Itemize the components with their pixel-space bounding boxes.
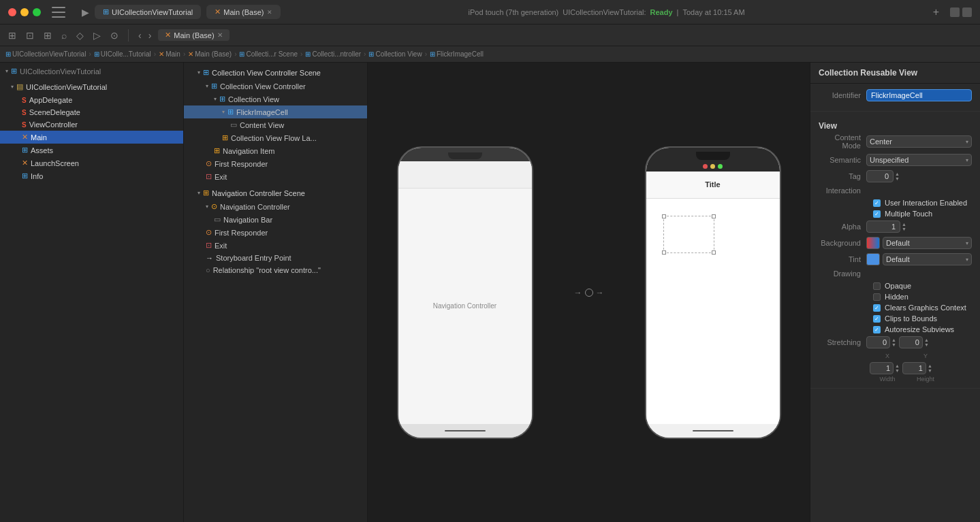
first-responder-label: First Responder — [215, 160, 268, 168]
bc-flickr-cell[interactable]: ⊞ FlickrImageCell — [430, 50, 484, 58]
window-ctrl-1[interactable] — [950, 7, 960, 17]
stretch-w-input[interactable] — [870, 362, 894, 374]
alpha-stepper[interactable]: ▲ ▼ — [902, 222, 906, 231]
bc-main[interactable]: ✕ Main — [159, 50, 180, 58]
canvas-area[interactable]: Navigation Controller → → — [368, 63, 810, 522]
new-file-button[interactable]: ⊞ — [5, 29, 19, 42]
content-mode-select[interactable]: Center ▾ — [866, 135, 972, 148]
fullscreen-button[interactable] — [33, 8, 41, 16]
scene-item-cv-controller[interactable]: ▾ ⊞ Collection View Controller — [184, 80, 367, 93]
tag-label: Tag — [819, 172, 866, 180]
group-item[interactable]: ▾ ▤ UICollectionViewTutorial — [0, 80, 183, 94]
background-select[interactable]: Default ▾ — [883, 237, 972, 249]
tag-input[interactable] — [866, 170, 894, 182]
scene-item-nav-controller[interactable]: ▾ ⊙ Navigation Controller — [184, 200, 367, 213]
scene-item-collection-view[interactable]: ▾ ⊞ Collection View — [184, 93, 367, 105]
main-tab[interactable]: ✕ Main (Base) ✕ — [206, 5, 280, 19]
clips-bounds-checkbox[interactable]: ✓ — [873, 315, 881, 323]
play-button[interactable]: ▶ — [82, 7, 89, 18]
scene-item-exit-2[interactable]: ⊡ Exit — [184, 239, 367, 252]
bc-main-base[interactable]: ✕ Main (Base) — [188, 50, 232, 58]
tag-stepper[interactable]: ▲ ▼ — [895, 172, 900, 181]
project-icon: ⊞ — [11, 67, 17, 76]
semantic-select[interactable]: Unspecified ▾ — [866, 154, 972, 166]
close-tab-button[interactable]: ✕ — [217, 31, 223, 39]
stretch-y-input-row: ▲ ▼ — [899, 336, 929, 348]
project-header[interactable]: ▾ ⊞ UICollectionViewTutorial — [0, 63, 183, 80]
open-button[interactable]: ⊡ — [23, 29, 37, 42]
tint-color-swatch[interactable] — [866, 253, 880, 265]
close-button[interactable] — [8, 8, 16, 16]
scene-item-cv-flow[interactable]: ⊞ Collection View Flow La... — [184, 131, 367, 144]
search-button[interactable]: ⌕ — [59, 29, 69, 42]
sidebar-toggle-button[interactable] — [52, 7, 65, 18]
sidebar-item-launchscreen[interactable]: ✕ LaunchScreen — [0, 157, 183, 169]
nav-arrows: ‹ › — [136, 29, 154, 42]
back-button[interactable]: ‹ — [136, 29, 144, 42]
alpha-input[interactable] — [866, 221, 900, 233]
forward-button[interactable]: › — [146, 29, 155, 42]
autoresize-checkbox[interactable]: ✓ — [873, 326, 881, 333]
share-button[interactable]: ⊙ — [108, 29, 121, 42]
chevron-icon: ▾ — [222, 109, 225, 115]
scene-item-nav-item[interactable]: ⊞ Navigation Item — [184, 144, 367, 157]
bc-project[interactable]: ⊞ UICollectionViewTutorial — [5, 50, 86, 58]
bc-collection-view[interactable]: ⊞ Collection View — [368, 50, 422, 58]
stretch-x-stepper[interactable]: ▲ ▼ — [891, 338, 896, 347]
save-button[interactable]: ⊞ — [41, 29, 54, 42]
assets-icon: ⊞ — [22, 146, 28, 154]
scene-item-exit-1[interactable]: ⊡ Exit — [184, 170, 367, 183]
bc-scene[interactable]: ⊞ Collecti...r Scene — [239, 50, 298, 58]
stretch-y-input[interactable] — [899, 336, 923, 348]
new-tab-button[interactable]: + — [933, 6, 939, 18]
scene-item-relationship[interactable]: ○ Relationship "root view contro..." — [184, 264, 367, 276]
hidden-checkbox[interactable] — [873, 293, 881, 301]
stepper-up[interactable]: ▲ — [895, 172, 900, 176]
bc-controller[interactable]: ⊞ Collecti...ntroller — [305, 50, 361, 58]
tag-row: Tag ▲ ▼ — [819, 170, 972, 182]
stretch-y-stepper[interactable]: ▲ ▼ — [924, 338, 929, 347]
background-color-swatch[interactable] — [866, 237, 880, 249]
sidebar-item-appdelegate[interactable]: S AppDelegate — [0, 94, 183, 106]
tint-select[interactable]: Default ▾ — [883, 253, 972, 265]
bc-group[interactable]: ⊞ UIColle...Tutorial — [94, 50, 151, 58]
multiple-touch-checkbox[interactable]: ✓ — [873, 210, 881, 218]
sidebar-item-viewcontroller[interactable]: S ViewController — [0, 118, 183, 131]
window-ctrl-2[interactable] — [962, 7, 972, 17]
breakpoint-button[interactable]: ◇ — [74, 29, 86, 42]
scene-item-first-responder-1[interactable]: ⊙ First Responder — [184, 157, 367, 170]
exit-label: Exit — [215, 173, 227, 181]
sidebar-item-scenedelegate[interactable]: S SceneDelegate — [0, 106, 183, 118]
sidebar-item-assets[interactable]: ⊞ Assets — [0, 144, 183, 157]
user-interaction-checkbox[interactable]: ✓ — [873, 199, 881, 207]
project-tab[interactable]: ⊞ UICollectionViewTutorial — [95, 5, 201, 19]
device-label: iPod touch (7th generation) — [469, 8, 559, 16]
cv-scene-header[interactable]: ▾ ⊞ Collection View Controller Scene — [184, 65, 367, 80]
stretch-w-stepper[interactable]: ▲ ▼ — [895, 363, 900, 373]
stretch-h-input[interactable] — [902, 362, 926, 374]
content-mode-label: Content Mode — [819, 133, 866, 150]
close-tab-icon[interactable]: ✕ — [267, 9, 272, 16]
chevron-icon: ▾ — [206, 83, 208, 89]
scene-item-flickr-cell[interactable]: ▾ ⊞ FlickrImageCell — [184, 105, 367, 118]
clips-bounds-row: ✓ Clips to Bounds — [819, 314, 972, 323]
scene-item-nav-bar[interactable]: ▭ Navigation Bar — [184, 213, 367, 226]
scene-item-entry-point[interactable]: → Storyboard Entry Point — [184, 252, 367, 264]
autoresize-label: Autoresize Subviews — [885, 325, 954, 333]
arrow-connector: → → — [574, 288, 604, 297]
tag-number: ▲ ▼ — [866, 170, 900, 182]
identifier-input[interactable] — [866, 89, 972, 101]
clears-graphics-checkbox[interactable]: ✓ — [873, 304, 881, 312]
sidebar-item-main[interactable]: ✕ Main — [0, 131, 183, 144]
run-button[interactable]: ▷ — [91, 29, 104, 42]
minimize-button[interactable] — [20, 8, 29, 16]
scene-item-first-responder-2[interactable]: ⊙ First Responder — [184, 226, 367, 239]
stretch-h-stepper[interactable]: ▲ ▼ — [928, 363, 932, 373]
active-tab[interactable]: ✕ Main (Base) ✕ — [158, 29, 229, 41]
stretch-x-input[interactable] — [866, 336, 890, 348]
sidebar-item-info[interactable]: ⊞ Info — [0, 169, 183, 182]
opaque-checkbox[interactable] — [873, 282, 881, 290]
scene-item-content-view[interactable]: ▭ Content View — [184, 118, 367, 131]
stepper-down[interactable]: ▼ — [895, 176, 900, 181]
nav-scene-header[interactable]: ▾ ⊞ Navigation Controller Scene — [184, 186, 367, 200]
